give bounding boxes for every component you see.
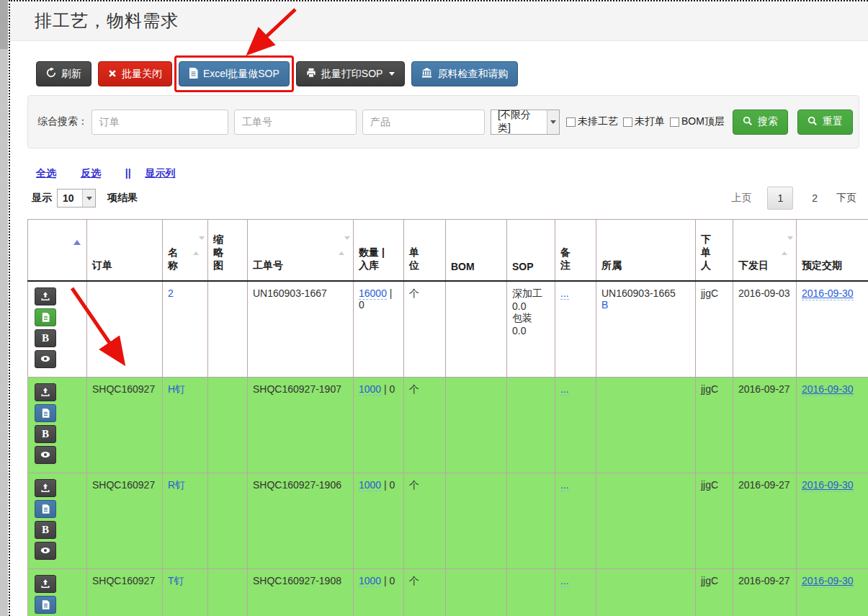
cell-orderer: jjgC [696,568,733,616]
cell-order: SHQC160927 [87,568,163,616]
product-name-link[interactable]: H钉 [168,383,185,395]
category-select[interactable]: [不限分类] [491,110,560,135]
batch-print-sop-button[interactable]: 批量打印SOP [296,61,406,86]
bom-top-checkbox-box[interactable] [670,117,679,127]
cell-name: R钉 [163,473,208,568]
upload-button[interactable] [35,479,56,497]
cell-orderer: jjgC [696,281,733,378]
view-eye-button[interactable] [35,446,56,464]
cell-workorder: SHQC160927-1906 [248,473,354,568]
due-date-link[interactable]: 2016-09-30 [802,287,854,300]
col-qty: 数量 | 入库 [354,220,404,281]
material-check-button[interactable]: 原料检查和请购 [411,61,518,86]
bom-b-button[interactable]: B [35,425,56,443]
bom-b-button[interactable]: B [35,521,56,539]
col-due[interactable]: 预定交期 [797,220,868,281]
show-columns-link[interactable]: 显示列 [146,167,176,179]
unscheduled-checkbox-box[interactable] [566,117,576,127]
upload-button[interactable] [35,575,56,593]
excel-batch-sop-label: Excel批量做SOP [203,68,279,81]
selection-links: 全选 反选 || 显示列 [36,167,868,180]
select-all-link[interactable]: 全选 [36,167,56,179]
cell-issued: 2016-09-27 [733,568,797,616]
bom-b-button[interactable]: B [35,329,56,347]
workorder-search-input[interactable] [234,110,357,135]
sop-file-button[interactable] [35,404,56,422]
excel-batch-sop-button[interactable]: Excel批量做SOP [179,61,290,86]
cell-belongs [596,473,696,568]
cell-name: H钉 [163,377,208,473]
refresh-button[interactable]: 刷新 [36,61,91,86]
qty-link[interactable]: 1000 [359,575,381,587]
checkbox-unscheduled[interactable]: 未排工艺 [566,115,618,128]
page-size-select[interactable]: 10 [57,189,96,207]
unprinted-checkbox-label: 未打单 [635,115,665,128]
page-2-button[interactable]: 2 [812,192,818,204]
upload-button[interactable] [35,383,56,401]
qty-link[interactable]: 1000 [359,383,381,396]
due-date-link[interactable]: 2016-09-30 [802,479,854,492]
prev-page-button[interactable]: 上页 [731,192,751,205]
cell-orderer: jjgC [696,377,733,473]
note-link[interactable]: ... [560,575,569,587]
col-workorder[interactable]: 工单号 [248,220,354,281]
cell-order [87,281,163,378]
col-issued[interactable]: 下发日 [733,220,797,281]
due-date-link[interactable]: 2016-09-30 [802,575,854,588]
sop-file-button[interactable] [35,596,56,614]
order-search-input[interactable] [91,110,228,135]
search-button[interactable]: 搜索 [733,110,788,135]
note-link[interactable]: ... [560,479,569,491]
table-header-row: 订单 名 称 缩 略 图 工单号 数量 | 入库 单 位 BOM SOP 备 注… [28,220,868,281]
col-unit: 单 位 [404,220,446,281]
bom-top-checkbox-label: BOM顶层 [681,115,725,128]
view-eye-button[interactable] [35,542,56,560]
invert-selection-link[interactable]: 反选 [81,167,101,179]
due-date-link[interactable]: 2016-09-30 [802,383,854,396]
page-size-value: 10 [58,189,82,207]
printer-icon [306,68,316,80]
category-select-chevron[interactable] [547,110,559,134]
col-bom: BOM [446,220,507,281]
page-1-button[interactable]: 1 [767,187,793,210]
pagination: 上页 1 2 下页 [712,187,856,210]
reset-button[interactable]: 重置 [797,110,853,135]
page-size-chevron[interactable] [82,189,95,207]
page-size-prefix: 显示 [32,192,52,205]
cell-due: 2016-09-30 [797,473,868,568]
left-scroll-strip [0,0,8,616]
search-panel: 综合搜索： [不限分类] 未排工艺 未打单 BOM顶层 搜索 [27,95,859,148]
cell-thumb [208,377,248,473]
note-link[interactable]: ... [560,287,569,300]
product-name-link[interactable]: R钉 [168,479,185,491]
batch-close-button[interactable]: 批量关闭 [98,61,172,86]
note-link[interactable]: ... [560,383,569,396]
col-name[interactable]: 名 称 [163,220,208,281]
cell-belongs [596,568,696,616]
reset-button-label: 重置 [823,115,843,128]
belongs-link[interactable]: B [601,299,608,311]
col-note: 备 注 [555,220,596,281]
col-belongs: 所属 [596,220,696,281]
qty-link[interactable]: 1000 [359,479,381,491]
belongs-text: UN160903-1665 [601,287,690,299]
col-select[interactable] [28,220,87,281]
product-search-input[interactable] [362,110,485,135]
unprinted-checkbox-box[interactable] [623,117,632,127]
cell-thumb [208,473,248,568]
product-name-link[interactable]: T钉 [168,575,184,586]
checkbox-bom-top[interactable]: BOM顶层 [670,115,725,128]
sop-file-button[interactable] [35,500,56,518]
view-eye-button[interactable] [35,350,56,368]
qty-rest: | 0 [384,383,395,395]
next-page-button[interactable]: 下页 [836,192,856,205]
cell-sop [507,473,555,568]
product-name-link[interactable]: 2 [168,287,174,299]
cell-unit: 个 [404,281,446,378]
checkbox-unprinted[interactable]: 未打单 [623,115,665,128]
sop-file-button[interactable] [35,308,56,326]
upload-button[interactable] [35,287,56,305]
col-order: 订单 [87,220,163,281]
list-controls-row: 显示 10 项结果 上页 1 2 下页 [32,187,856,210]
qty-link[interactable]: 16000 [359,287,387,300]
